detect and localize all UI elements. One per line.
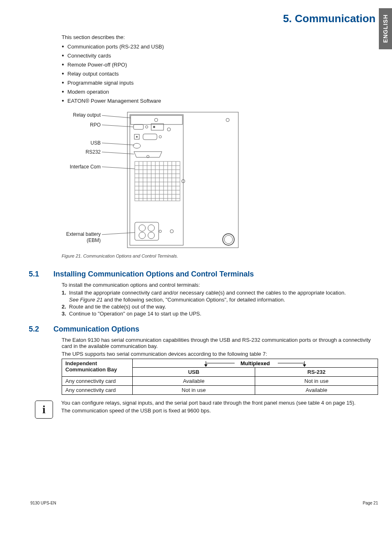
list-item: EATON® Power Management Software [62,98,380,104]
step-num: 1. [62,290,66,296]
svg-marker-15 [134,152,162,157]
language-tab-text: ENGLISH [382,14,389,43]
svg-line-47 [102,115,131,118]
page-footer: 9130 UPS-EN Page 21 [29,501,380,505]
step-num: 2. [62,304,66,310]
svg-rect-0 [127,112,238,248]
svg-point-14 [133,143,141,148]
info-icon: i [35,401,53,419]
svg-point-6 [145,126,148,128]
svg-point-40 [148,225,154,231]
figure-caption: Figure 21. Communication Options and Con… [62,253,380,258]
step-item: 2. Route and tie the cable(s) out of the… [62,304,380,310]
cell: Not in use [132,386,255,395]
step-item: 3. Continue to "Operation" on page 14 to… [62,311,380,317]
svg-point-8 [153,126,155,128]
svg-point-13 [159,136,161,138]
list-item: Programmable signal inputs [62,80,380,86]
language-tab: ENGLISH [379,8,392,49]
step-item: 1. Install the appropriate connectivity … [62,290,380,303]
section-lead: To install the communication options and… [62,282,380,288]
svg-line-49 [102,143,134,145]
cell: Available [255,386,378,395]
callout-rs232: RS232 [62,149,101,155]
th-commbay: Communication Bay [65,366,117,373]
svg-point-39 [139,225,145,231]
svg-marker-58 [303,364,306,367]
svg-point-41 [139,232,145,239]
list-item: Connectivity cards [62,53,380,59]
terminal-diagram [62,111,247,251]
communication-table: Independent Communication Bay Multiplexe… [62,359,378,395]
section-heading: Installing Communication Options and Con… [53,270,254,279]
svg-rect-5 [134,124,143,129]
feature-list: Communication ports (RS-232 and USB) Con… [62,44,380,104]
multiplexed-arrows: Multiplexed [157,360,354,367]
svg-rect-17 [135,161,180,201]
th-rs232: RS-232 [255,368,378,377]
info-paragraph: You can configure relays, signal inputs,… [61,400,355,406]
step-sub-ref: See Figure 21 [69,297,103,303]
step-text: Continue to "Operation" on page 14 to st… [69,311,201,317]
section-number: 5.1 [29,270,53,279]
section-heading: Communication Options [53,325,139,334]
section-paragraph: The Eaton 9130 has serial communication … [62,337,380,349]
info-paragraph: The communication speed of the USB port … [61,408,355,414]
th-independent: Independent [65,360,97,366]
svg-point-44 [170,230,173,233]
cell: Any connectivity card [62,386,133,395]
list-item: Communication ports (RS-232 and USB) [62,44,380,50]
svg-marker-54 [204,364,208,367]
svg-point-11 [136,136,138,138]
step-text: Install the appropriate connectivity car… [69,290,346,296]
table-row: Any connectivity card Available Not in u… [62,377,378,386]
callout-relay: Relay output [62,112,101,118]
svg-line-48 [102,125,134,127]
section-paragraph: The UPS supports two serial communicatio… [62,351,380,357]
svg-rect-12 [143,134,157,140]
cell: Any connectivity card [62,377,133,386]
callout-rpo: RPO [62,122,101,128]
step-num: 3. [62,311,66,317]
th-multiplexed: Multiplexed [240,360,270,366]
cell: Not in use [255,377,378,386]
svg-rect-38 [135,222,159,240]
svg-rect-2 [131,115,182,124]
table-row: Any connectivity card Not in use Availab… [62,386,378,395]
list-item: Remote Power-off (RPO) [62,62,380,68]
svg-point-43 [159,230,161,233]
footer-left: 9130 UPS-EN [30,501,56,505]
svg-point-3 [154,118,158,122]
svg-line-50 [102,152,134,154]
step-text: Route and tie the cable(s) out of the wa… [69,304,166,310]
svg-point-9 [167,128,171,131]
callout-ebm: External battery (EBM) [53,231,101,244]
callout-interface: Interface Com [60,164,101,170]
figure-21: Relay output RPO USB RS232 Interface Com… [62,111,247,251]
th-usb: USB [132,368,255,377]
list-item: Modem operation [62,89,380,95]
page-title: 5. Communication [29,12,380,25]
footer-right: Page 21 [363,501,378,505]
svg-point-46 [224,235,233,244]
cell: Available [132,377,255,386]
install-steps: 1. Install the appropriate connectivity … [62,290,380,317]
section-number: 5.2 [29,325,53,334]
intro-text: This section describes the: [62,34,380,40]
step-sub-tail: and the following section, "Communicatio… [103,297,285,303]
svg-point-4 [226,118,229,122]
callout-usb: USB [62,140,101,146]
svg-point-42 [148,232,154,239]
list-item: Relay output contacts [62,71,380,77]
